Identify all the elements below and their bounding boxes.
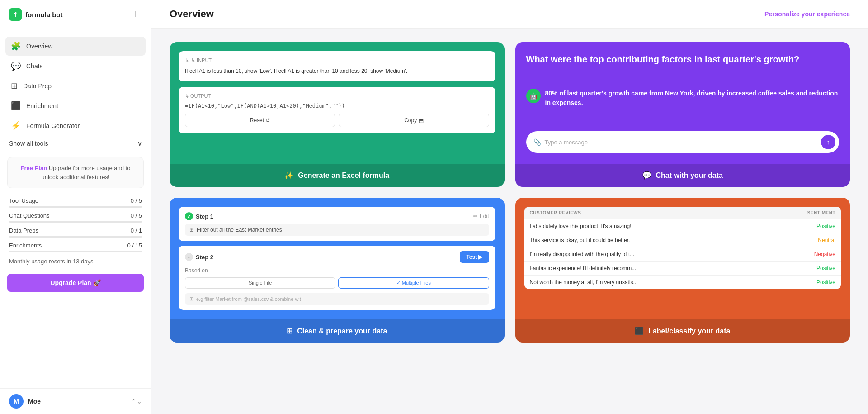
sidebar-item-enrichment[interactable]: ⬛ Enrichment (5, 96, 146, 115)
label-footer-icon: ⬛ (635, 327, 644, 335)
sidebar-item-overview-label: Overview (26, 43, 52, 50)
show-tools-label: Show all tools (9, 140, 48, 147)
label-card-footer[interactable]: ⬛ Label/classify your data (515, 319, 850, 343)
input-label: ↳ ↳ INPUT (185, 57, 489, 63)
multiple-files-btn[interactable]: ✓ Multiple Files (338, 277, 489, 289)
tool-usage-value: 0 / 5 (131, 197, 142, 204)
step2-box: ○ Step 2 Test ▶ Based on Single File ✓ M… (179, 246, 495, 310)
main-content: Overview Personalize your experience ↳ ↳… (151, 0, 868, 414)
chat-questions-row: Chat Questions 0 / 5 (9, 212, 142, 223)
page-title: Overview (170, 8, 214, 20)
col2-header: SENTIMENT (799, 210, 835, 215)
chat-send-button[interactable]: ↑ (821, 135, 835, 149)
review-4: Fantastic experience! I'll definitely re… (530, 265, 800, 271)
sidebar-item-formula-gen-label: Formula Generator (26, 122, 80, 129)
step1-edit-button[interactable]: ✏ Edit (473, 213, 489, 219)
chat-input-placeholder: Type a message (545, 139, 818, 146)
show-all-tools-row[interactable]: Show all tools ∨ (0, 135, 151, 152)
excel-formula-card-footer[interactable]: ✨ Generate an Excel formula (170, 164, 505, 187)
enrichments-track (9, 251, 142, 252)
data-prep-card[interactable]: ✓ Step 1 ✏ Edit ⊞ Filter out all the Eas… (170, 198, 505, 343)
copy-formula-button[interactable]: Copy ⬒ (339, 114, 489, 127)
avatar: M (9, 394, 24, 409)
step1-box: ✓ Step 1 ✏ Edit ⊞ Filter out all the Eas… (179, 207, 495, 241)
data-preps-row: Data Preps 0 / 1 (9, 227, 142, 238)
cards-grid: ↳ ↳ INPUT If cell A1 is less than 10, sh… (151, 29, 868, 356)
usage-list: Tool Usage 0 / 5 Chat Questions 0 / 5 Da… (0, 194, 151, 256)
review-2: This service is okay, but it could be be… (530, 237, 800, 243)
data-preps-value: 0 / 1 (131, 227, 142, 234)
sidebar-item-overview[interactable]: 🧩 Overview (5, 37, 146, 56)
formula-input-text: If cell A1 is less than 10, show 'Low'. … (185, 67, 489, 75)
review-3: I'm really disappointed with the quality… (530, 251, 800, 257)
nav-items: 🧩 Overview 💬 Chats ⊞ Data Prep ⬛ Enrichm… (0, 29, 151, 135)
collapse-sidebar-button[interactable]: ⊢ (135, 10, 142, 19)
data-prep-footer-label: Clean & prepare your data (297, 327, 387, 335)
label-card[interactable]: CUSTOMER REVIEWS SENTIMENT I absolutely … (515, 198, 850, 343)
chat-questions-track (9, 221, 142, 223)
sidebar-item-data-prep[interactable]: ⊞ Data Prep (5, 76, 146, 95)
formula-footer-icon: ✨ (284, 171, 293, 180)
tool-usage-row: Tool Usage 0 / 5 (9, 197, 142, 208)
data-prep-card-footer[interactable]: ⊞ Clean & prepare your data (170, 319, 505, 343)
personalize-link[interactable]: Personalize your experience (764, 10, 850, 18)
top-bar: Overview Personalize your experience (151, 0, 868, 29)
review-5: Not worth the money at all, I'm very uns… (530, 279, 800, 286)
sidebar-item-data-prep-label: Data Prep (23, 82, 52, 90)
data-prep-footer-icon: ⊞ (287, 327, 292, 335)
user-row[interactable]: M Moe ⌃⌄ (0, 388, 151, 414)
enrichments-row: Enrichments 0 / 15 (9, 242, 142, 252)
sidebar-item-formula-generator[interactable]: ⚡ Formula Generator (5, 116, 146, 135)
step1-filter-row: ⊞ Filter out all the East Market entries (185, 224, 489, 236)
sentiment-4: Positive (799, 265, 835, 271)
combine-input[interactable]: ⊞ e.g filter Market from @sales.csv & co… (185, 293, 489, 305)
attach-icon: 📎 (533, 138, 541, 146)
test-button[interactable]: Test ▶ (460, 251, 489, 263)
table-row: Not worth the money at all, I'm very uns… (524, 275, 841, 289)
overview-icon: 🧩 (11, 41, 21, 51)
chat-card-footer[interactable]: 💬 Chat with your data (515, 164, 850, 187)
sidebar-header: f formula bot ⊢ (0, 0, 151, 29)
step1-header: ✓ Step 1 ✏ Edit (185, 212, 489, 220)
formula-input-box: ↳ ↳ INPUT If cell A1 is less than 10, sh… (179, 51, 495, 81)
upgrade-plan-button[interactable]: Upgrade Plan 🚀 (7, 274, 144, 292)
sidebar-item-chats-label: Chats (26, 62, 43, 70)
formula-gen-icon: ⚡ (11, 121, 21, 131)
step1-filter-text: Filter out all the East Market entries (197, 227, 282, 233)
step2-check-icon: ○ (185, 253, 193, 261)
single-file-btn[interactable]: Single File (185, 277, 335, 289)
upgrade-box-text: Upgrade for more usage and to unlock add… (41, 165, 130, 181)
reset-formula-button[interactable]: Reset ↺ (185, 114, 335, 127)
step2-header: ○ Step 2 Test ▶ (185, 251, 489, 263)
excel-formula-card-inner: ↳ ↳ INPUT If cell A1 is less than 10, sh… (170, 42, 505, 164)
step2-label: Step 2 (196, 254, 213, 261)
upgrade-info-box: Free Plan Upgrade for more usage and to … (7, 157, 144, 188)
combine-placeholder: e.g filter Market from @sales.csv & comb… (196, 296, 301, 302)
chats-icon: 💬 (11, 61, 21, 71)
enrichments-label: Enrichments (9, 242, 42, 249)
formula-output-text: =IF(A1<10,"Low",IF(AND(A1>10,A1<20),"Med… (185, 103, 489, 109)
sentiment-5: Positive (799, 279, 835, 286)
formula-footer-label: Generate an Excel formula (298, 171, 389, 180)
label-card-inner: CUSTOMER REVIEWS SENTIMENT I absolutely … (515, 198, 850, 319)
review-1: I absolutely love this product! It's ama… (530, 223, 800, 229)
combine-icon: ⊞ (189, 296, 193, 302)
chat-question: What were the top contributing factors i… (526, 53, 840, 66)
excel-formula-card[interactable]: ↳ ↳ INPUT If cell A1 is less than 10, sh… (170, 42, 505, 187)
tool-usage-label: Tool Usage (9, 197, 38, 204)
chat-input-area[interactable]: 📎 Type a message ↑ (526, 131, 840, 153)
reset-text: Monthly usage resets in 13 days. (0, 256, 151, 270)
data-preps-label: Data Preps (9, 227, 38, 234)
sidebar-item-enrichment-label: Enrichment (26, 102, 58, 109)
chat-card[interactable]: What were the top contributing factors i… (515, 42, 850, 187)
table-header: CUSTOMER REVIEWS SENTIMENT (524, 207, 841, 219)
formula-buttons: Reset ↺ Copy ⬒ (185, 114, 489, 127)
sentiment-3: Negative (799, 251, 835, 257)
data-preps-track (9, 236, 142, 238)
sidebar-item-chats[interactable]: 💬 Chats (5, 57, 146, 76)
step1-label: Step 1 (196, 213, 213, 220)
data-prep-card-inner: ✓ Step 1 ✏ Edit ⊞ Filter out all the Eas… (170, 198, 505, 319)
chat-answer: 🤖 80% of last quarter's growth came from… (526, 89, 840, 108)
table-row: I'm really disappointed with the quality… (524, 247, 841, 261)
table-row: This service is okay, but it could be be… (524, 233, 841, 247)
